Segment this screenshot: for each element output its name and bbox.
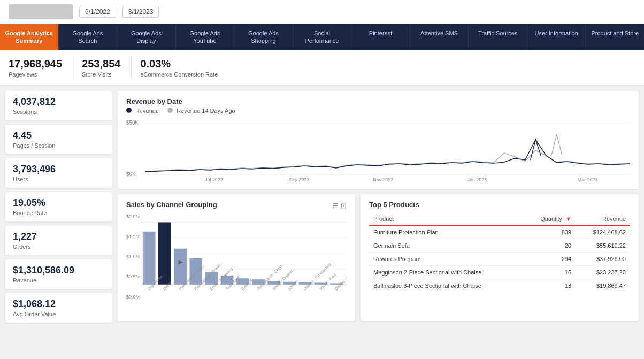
svg-text:$0K: $0K (126, 171, 136, 177)
nav-tab-7[interactable]: Attentive SMS (410, 24, 469, 50)
nav-tab-3[interactable]: Google Ads YouTube (176, 24, 235, 50)
revenue-chart-legend: Revenue Revenue 14 Days Ago (126, 108, 630, 114)
metric-value-0: 17,968,945 (9, 58, 62, 70)
top-metrics-row: 17,968,945Pageviews253,854Store Visits0.… (0, 50, 644, 86)
product-name-2: Rewards Program (369, 252, 523, 265)
nav-tab-1[interactable]: Google Ads Search (59, 24, 118, 50)
logo (9, 4, 73, 19)
sort-icon: ▼ (565, 216, 571, 222)
product-qty-1: 20 (523, 239, 576, 252)
legend-dot-revenue (126, 108, 132, 113)
svg-rect-14 (143, 231, 156, 284)
stat-label-4: Orders (13, 243, 105, 250)
stat-value-4: 1,227 (13, 231, 105, 242)
stat-card-6: $1,068.12Avg Order Value (5, 293, 112, 323)
chart-controls[interactable]: ☰ ⊡ (332, 202, 347, 210)
stat-value-2: 3,793,496 (13, 164, 105, 175)
product-qty-3: 16 (523, 265, 576, 279)
stat-card-2: 3,793,496Users (5, 158, 112, 188)
date-start[interactable]: 6/1/2022 (79, 6, 116, 18)
stat-value-5: $1,310,586.09 (13, 265, 105, 276)
table-row: Megginson 2-Piece Sectional with Chaise … (369, 265, 630, 279)
nav-tab-5[interactable]: Social Performance (293, 24, 352, 50)
top-metric-1: 253,854Store Visits (82, 56, 132, 80)
left-sidebar: 4,037,812Sessions4.45Pages / Session3,79… (5, 91, 112, 323)
revenue-chart-svg-container: $50K $0K Jul 2022 Sep 2022 Nov 2022 Jan … (126, 118, 630, 182)
svg-text:Jan 2023: Jan 2023 (467, 177, 487, 182)
svg-text:Nov 2022: Nov 2022 (373, 177, 393, 182)
product-name-0: Furniture Protection Plan (369, 225, 523, 239)
col-quantity[interactable]: Quantity ▼ (523, 213, 576, 225)
channel-chart-title: Sales by Channel Grouping (126, 201, 217, 209)
product-rev-3: $23,237.20 (576, 265, 630, 279)
product-qty-4: 13 (523, 279, 576, 292)
svg-text:(Other): (Other) (287, 279, 299, 291)
nav-tab-8[interactable]: Traffic Sources (469, 24, 527, 50)
top-metric-2: 0.03%eCommerce Conversion Rate (140, 56, 228, 80)
table-row: Furniture Protection Plan 839 $124,468.6… (369, 225, 630, 239)
stat-value-6: $1,068.12 (13, 299, 105, 310)
svg-text:Sep 2022: Sep 2022 (289, 177, 309, 182)
metric-label-2: eCommerce Conversion Rate (140, 71, 218, 78)
metric-value-2: 0.03% (140, 58, 218, 70)
svg-text:$50K: $50K (126, 120, 139, 126)
svg-text:Display - Prospecting: Display - Prospecting (303, 262, 332, 291)
product-rev-2: $37,926.00 (576, 252, 630, 265)
table-row: Rewards Program 294 $37,926.00 (369, 252, 630, 265)
svg-text:Paid Search - Shop...: Paid Search - Shop... (256, 262, 285, 291)
top-metric-0: 17,968,945Pageviews (9, 56, 73, 80)
stat-label-2: Users (13, 176, 105, 182)
col-revenue: Revenue (576, 213, 630, 225)
products-table: Product Quantity ▼ Revenue Furniture Pro… (369, 213, 630, 292)
product-qty-2: 294 (523, 252, 576, 265)
table-row: Ballinasloe 3-Piece Sectional with Chais… (369, 279, 630, 292)
y-axis: $2.0M $1.5M $1.0M $0.5M $0.0M (126, 214, 142, 300)
product-rev-4: $19,869.47 (576, 279, 630, 292)
stat-label-6: Avg Order Value (13, 311, 105, 317)
product-rev-1: $55,610.22 (576, 239, 630, 252)
col-product: Product (369, 213, 523, 225)
metric-value-1: 253,854 (82, 58, 120, 70)
table-row: Germain Sofa 20 $55,610.22 (369, 239, 630, 252)
revenue-chart-title: Revenue by Date (126, 97, 630, 105)
stat-label-0: Sessions (13, 109, 105, 115)
stat-card-5: $1,310,586.09Revenue (5, 259, 112, 289)
nav-tab-6[interactable]: Pinterest (351, 24, 410, 50)
svg-text:Jul 2022: Jul 2022 (205, 177, 223, 182)
top-products-title: Top 5 Products (369, 201, 630, 209)
stat-card-0: 4,037,812Sessions (5, 91, 112, 120)
main-content: 4,037,812Sessions4.45Pages / Session3,79… (0, 86, 644, 328)
nav-tab-9[interactable]: User Information (527, 24, 586, 50)
product-name-1: Germain Sofa (369, 239, 523, 252)
legend-revenue-14: Revenue 14 Days Ago (167, 108, 235, 114)
stat-value-3: 19.05% (13, 197, 105, 209)
product-qty-0: 839 (523, 225, 576, 239)
metric-label-0: Pageviews (9, 71, 62, 78)
stat-value-0: 4,037,812 (13, 96, 105, 108)
metric-label-1: Store Visits (82, 71, 120, 78)
stat-label-3: Bounce Rate (13, 210, 105, 216)
top-bar: 6/1/2022 3/1/2023 (0, 0, 644, 24)
legend-revenue: Revenue (126, 108, 159, 114)
stat-card-3: 19.05%Bounce Rate (5, 192, 112, 221)
nav-tabs: Google Analytics SummaryGoogle Ads Searc… (0, 24, 644, 50)
top-products-card: Top 5 Products Product Quantity ▼ Revenu… (361, 194, 639, 321)
nav-tab-0[interactable]: Google Analytics Summary (0, 24, 59, 50)
stat-card-4: 1,227Orders (5, 226, 112, 255)
legend-dot-revenue-14 (167, 108, 173, 113)
bars-container: Organic Se... Direct Paid Search - Non..… (142, 214, 347, 315)
stat-card-1: 4.45Pages / Session (5, 125, 112, 154)
product-name-4: Ballinasloe 3-Piece Sectional with Chais… (369, 279, 523, 292)
bar-chart-area: $2.0M $1.5M $1.0M $0.5M $0.0M (126, 214, 347, 315)
date-end[interactable]: 3/1/2023 (122, 6, 159, 18)
product-name-3: Megginson 2-Piece Sectional with Chaise (369, 265, 523, 279)
product-rev-0: $124,468.62 (576, 225, 630, 239)
nav-tab-10[interactable]: Product and Store (586, 24, 644, 50)
nav-tab-4[interactable]: Google Ads Shopping (234, 24, 293, 50)
revenue-chart-card: Revenue by Date Revenue Revenue 14 Days … (118, 91, 639, 189)
stat-label-1: Pages / Session (13, 142, 105, 149)
revenue-chart-svg: $50K $0K Jul 2022 Sep 2022 Nov 2022 Jan … (126, 118, 630, 182)
nav-tab-2[interactable]: Google Ads Display (117, 24, 176, 50)
svg-rect-16 (174, 248, 187, 284)
channel-chart-card: Sales by Channel Grouping ☰ ⊡ $2.0M $1.5… (118, 194, 355, 321)
